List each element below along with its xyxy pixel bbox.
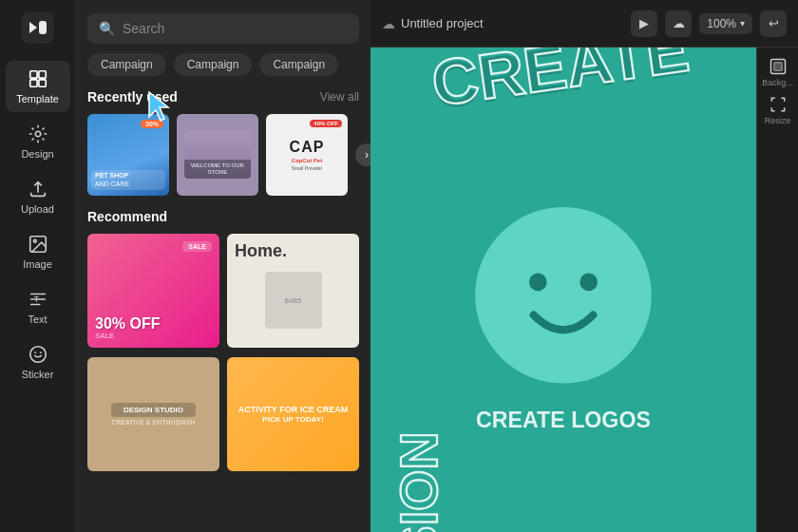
cloud-save-button[interactable]: ☁ bbox=[665, 10, 692, 37]
svg-text:PASSION: PASSION bbox=[390, 431, 448, 532]
recommend-thumb-1[interactable]: 30% OFF SALE SALE bbox=[87, 234, 219, 348]
zoom-dropdown-icon: ▾ bbox=[740, 18, 745, 28]
svg-rect-2 bbox=[29, 71, 36, 78]
svg-rect-3 bbox=[38, 71, 45, 78]
sidebar-item-text[interactable]: T Text bbox=[6, 281, 70, 332]
canvas-viewport[interactable]: CREATE CREATE CREATE LOGOS PASSION bbox=[370, 48, 756, 532]
sidebar-item-design-label: Design bbox=[21, 148, 53, 160]
recent-templates-row: PET SHOP AND CARE 30% WELCOME TO OUR STO… bbox=[87, 114, 359, 196]
search-icon: 🔍 bbox=[99, 21, 115, 36]
recommend-header: Recommend bbox=[87, 209, 359, 224]
template-panel: 🔍 Campaign Campaign Campaign Recently us… bbox=[76, 0, 370, 532]
sidebar-item-upload[interactable]: Upload bbox=[6, 171, 70, 222]
filter-chips-row: Campaign Campaign Campaign bbox=[76, 53, 370, 86]
svg-point-19 bbox=[580, 274, 598, 292]
recommend-grid-2: DESIGN STUDIO CREATIVE & ENTHUSIASH ACTI… bbox=[87, 357, 359, 471]
canvas-right-sidebar: Backg... Resize bbox=[756, 48, 798, 532]
svg-rect-0 bbox=[22, 11, 54, 44]
project-title[interactable]: Untitled project bbox=[401, 16, 484, 30]
svg-text:T: T bbox=[33, 294, 39, 304]
view-all-button[interactable]: View all bbox=[320, 90, 359, 104]
filter-chip-0[interactable]: Campaign bbox=[87, 53, 166, 76]
sidebar-item-sticker[interactable]: Sticker bbox=[6, 336, 70, 388]
sidebar-item-text-label: Text bbox=[28, 314, 47, 325]
svg-rect-5 bbox=[38, 80, 45, 86]
svg-rect-4 bbox=[29, 80, 36, 86]
canvas-design: CREATE CREATE CREATE LOGOS PASSION bbox=[370, 48, 756, 532]
filter-chip-2[interactable]: Campaign bbox=[259, 53, 338, 76]
panel-scroll-area: Recently used View all PET SHOP AND CARE… bbox=[76, 86, 370, 532]
svg-rect-1 bbox=[39, 21, 47, 34]
svg-text:CREATE LOGOS: CREATE LOGOS bbox=[476, 408, 651, 432]
next-carousel-button[interactable]: › bbox=[355, 143, 370, 166]
svg-point-18 bbox=[529, 274, 547, 292]
recent-thumb-3[interactable]: CAP CapCut Pet Small Provider 40% OFF bbox=[266, 114, 348, 196]
recommend-thumb-3[interactable]: DESIGN STUDIO CREATIVE & ENTHUSIASH bbox=[87, 357, 219, 471]
recently-used-header: Recently used View all bbox=[87, 89, 359, 104]
recent-thumb-1[interactable]: PET SHOP AND CARE 30% bbox=[87, 114, 169, 196]
undo-button[interactable]: ↩ bbox=[760, 10, 787, 37]
recent-thumb-2[interactable]: WELCOME TO OUR STORE bbox=[177, 114, 258, 196]
svg-point-12 bbox=[39, 352, 41, 353]
svg-point-10 bbox=[29, 347, 46, 363]
svg-point-17 bbox=[475, 207, 652, 384]
svg-point-6 bbox=[35, 131, 41, 137]
background-tool-button[interactable]: Backg... bbox=[761, 55, 795, 89]
resize-tool-label: Resize bbox=[765, 116, 791, 125]
canvas-area: ☁ Untitled project ▶ ☁ 100% ▾ ↩ CRE bbox=[370, 0, 798, 532]
sidebar-item-sticker-label: Sticker bbox=[22, 369, 54, 380]
play-button[interactable]: ▶ bbox=[631, 10, 657, 37]
left-sidebar: Template Design Upload Image T Text bbox=[0, 0, 76, 532]
svg-point-11 bbox=[34, 352, 36, 353]
project-name-area: ☁ Untitled project bbox=[382, 16, 484, 31]
sidebar-item-design[interactable]: Design bbox=[6, 116, 70, 167]
zoom-value: 100% bbox=[707, 17, 736, 30]
zoom-control[interactable]: 100% ▾ bbox=[699, 13, 752, 34]
svg-point-8 bbox=[33, 239, 36, 242]
canvas-topbar: ☁ Untitled project ▶ ☁ 100% ▾ ↩ bbox=[370, 0, 798, 48]
svg-rect-23 bbox=[773, 63, 781, 70]
recommend-thumb-4[interactable]: ACTIVITY FOR ICE CREAM PICK UP TODAY! bbox=[227, 357, 359, 471]
search-input[interactable] bbox=[123, 21, 348, 36]
recommend-title: Recommend bbox=[87, 209, 167, 224]
recently-used-title: Recently used bbox=[87, 89, 178, 104]
recommend-thumb-2[interactable]: Home. $485 bbox=[227, 234, 359, 348]
sidebar-item-template-label: Template bbox=[16, 93, 59, 104]
sidebar-item-image[interactable]: Image bbox=[6, 226, 70, 277]
filter-chip-1[interactable]: Campaign bbox=[174, 53, 253, 76]
canvas-controls: ▶ ☁ 100% ▾ ↩ bbox=[631, 10, 787, 37]
background-tool-label: Backg... bbox=[762, 78, 793, 87]
app-logo bbox=[22, 11, 54, 48]
sidebar-item-image-label: Image bbox=[23, 258, 52, 270]
recommend-grid: 30% OFF SALE SALE Home. $485 bbox=[87, 234, 359, 348]
resize-tool-button[interactable]: Resize bbox=[761, 93, 795, 127]
sidebar-item-upload-label: Upload bbox=[21, 203, 54, 215]
sidebar-item-template[interactable]: Template bbox=[6, 61, 70, 112]
canvas-body: CREATE CREATE CREATE LOGOS PASSION bbox=[370, 48, 798, 532]
search-bar[interactable]: 🔍 bbox=[87, 13, 359, 44]
cloud-icon: ☁ bbox=[382, 16, 395, 31]
